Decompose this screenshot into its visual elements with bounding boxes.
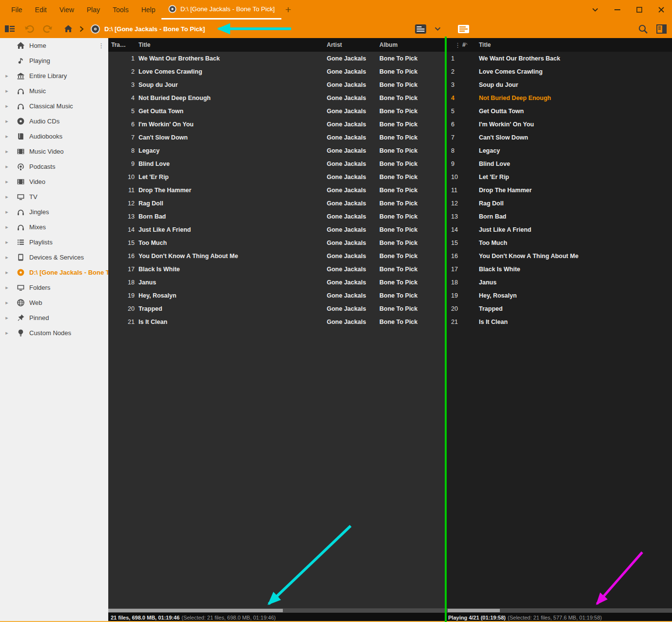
now-playing-row[interactable]: 13Born Bad (446, 210, 672, 223)
expand-arrow-icon[interactable]: ▸ (0, 163, 11, 170)
track-row[interactable]: 11Drop The HammerGone JackalsBone To Pic… (108, 183, 446, 197)
track-row[interactable]: 7Can't Slow DownGone JackalsBone To Pick (108, 131, 446, 144)
view-mode-dropdown[interactable] (435, 20, 441, 38)
expand-arrow-icon[interactable]: ▸ (0, 103, 11, 109)
expand-arrow-icon[interactable]: ▸ (0, 269, 11, 276)
now-playing-row[interactable]: 5Get Outta Town (446, 104, 672, 118)
sidebar-item-audiobooks[interactable]: ▸Audiobooks (0, 129, 108, 144)
track-row[interactable]: 2Love Comes CrawlingGone JackalsBone To … (108, 65, 446, 78)
expand-arrow-icon[interactable]: ▸ (0, 300, 11, 306)
close-button[interactable] (650, 0, 672, 20)
now-playing-row[interactable]: 20Trapped (446, 302, 672, 315)
now-playing-row[interactable]: 12Rag Doll (446, 197, 672, 210)
expand-arrow-icon[interactable]: ▸ (0, 133, 11, 140)
sidebar-toggle-button[interactable] (5, 20, 15, 38)
menu-file[interactable]: File (5, 0, 29, 20)
expand-arrow-icon[interactable]: ▸ (0, 118, 11, 124)
horizontal-scrollbar[interactable] (108, 608, 446, 613)
track-row[interactable]: 9Blind LoveGone JackalsBone To Pick (108, 157, 446, 170)
sidebar-item-podcasts[interactable]: ▸Podcasts (0, 159, 108, 174)
maximize-button[interactable] (628, 0, 650, 20)
track-row[interactable]: 6I'm Workin' On YouGone JackalsBone To P… (108, 118, 446, 131)
panel-layout-button[interactable] (656, 20, 667, 38)
menu-edit[interactable]: Edit (29, 0, 53, 20)
sidebar-item-d-gone-jackals-bone-to[interactable]: ▸D:\ [Gone Jackals - Bone To (0, 265, 108, 280)
undo-button[interactable] (24, 20, 35, 38)
sidebar-item-devices-services[interactable]: ▸Devices & Services (0, 250, 108, 265)
new-tab-button[interactable]: + (282, 0, 295, 20)
home-button[interactable] (64, 20, 73, 38)
sidebar-item-video[interactable]: ▸Video (0, 174, 108, 189)
sidebar-item-playing[interactable]: Playing (0, 53, 108, 68)
now-playing-row-current[interactable]: 4Not Buried Deep Enough (446, 91, 672, 104)
menu-play[interactable]: Play (80, 0, 106, 20)
menubar-collapse-button[interactable] (584, 0, 606, 20)
minimize-button[interactable] (606, 0, 628, 20)
track-row[interactable]: 18JanusGone JackalsBone To Pick (108, 276, 446, 289)
column-header-album[interactable]: Album (379, 38, 397, 52)
track-row[interactable]: 21Is It CleanGone JackalsBone To Pick (108, 315, 446, 328)
sidebar-item-folders[interactable]: ▸Folders (0, 280, 108, 295)
track-row[interactable]: 17Black Is WhiteGone JackalsBone To Pick (108, 262, 446, 276)
now-playing-row[interactable]: 9Blind Love (446, 157, 672, 170)
sidebar-item-custom-nodes[interactable]: ▸Custom Nodes (0, 325, 108, 341)
now-playing-row[interactable]: 15Too Much (446, 236, 672, 249)
expand-arrow-icon[interactable]: ▸ (0, 254, 11, 261)
expand-arrow-icon[interactable]: ▸ (0, 73, 11, 79)
sidebar-item-web[interactable]: ▸Web (0, 295, 108, 310)
sidebar-item-entire-library[interactable]: ▸Entire Library (0, 68, 108, 83)
now-playing-row[interactable]: 11Drop The Hammer (446, 183, 672, 197)
expand-arrow-icon[interactable]: ▸ (0, 239, 11, 245)
view-mode-button[interactable] (415, 20, 427, 38)
column-header-title[interactable]: Title (479, 38, 491, 52)
sidebar-item-classical-music[interactable]: ▸Classical Music (0, 99, 108, 114)
tab-current[interactable]: D:\ [Gone Jackals - Bone To Pick] (161, 0, 281, 20)
track-row[interactable]: 3Soup du JourGone JackalsBone To Pick (108, 78, 446, 91)
expand-arrow-icon[interactable]: ▸ (0, 315, 11, 321)
expand-arrow-icon[interactable]: ▸ (0, 194, 11, 200)
track-row[interactable]: 19Hey, RosalynGone JackalsBone To Pick (108, 289, 446, 302)
track-row[interactable]: 14Just Like A FriendGone JackalsBone To … (108, 223, 446, 236)
now-playing-row[interactable]: 21Is It Clean (446, 315, 672, 328)
now-playing-row[interactable]: 17Black Is White (446, 262, 672, 276)
now-playing-row[interactable]: 19Hey, Rosalyn (446, 289, 672, 302)
expand-arrow-icon[interactable]: ▸ (0, 284, 11, 291)
redo-button[interactable] (42, 20, 53, 38)
horizontal-scrollbar[interactable] (446, 608, 672, 613)
track-row[interactable]: 13Born BadGone JackalsBone To Pick (108, 210, 446, 223)
track-row[interactable]: 5Get Outta TownGone JackalsBone To Pick (108, 104, 446, 118)
track-row[interactable]: 15Too MuchGone JackalsBone To Pick (108, 236, 446, 249)
track-row[interactable]: 12Rag DollGone JackalsBone To Pick (108, 197, 446, 210)
now-playing-row[interactable]: 6I'm Workin' On You (446, 118, 672, 131)
track-row[interactable]: 10Let 'Er RipGone JackalsBone To Pick (108, 170, 446, 183)
now-playing-row[interactable]: 3Soup du Jour (446, 78, 672, 91)
track-row[interactable]: 8LegacyGone JackalsBone To Pick (108, 144, 446, 157)
now-playing-row[interactable]: 18Janus (446, 276, 672, 289)
sidebar-item-music[interactable]: ▸Music (0, 83, 108, 99)
sidebar-item-jingles[interactable]: ▸Jingles (0, 204, 108, 220)
now-playing-row[interactable]: 7Can't Slow Down (446, 131, 672, 144)
breadcrumb[interactable]: D:\ [Gone Jackals - Bone To Pick] (104, 20, 205, 38)
search-button[interactable] (638, 20, 648, 38)
now-playing-toggle-button[interactable] (457, 20, 470, 38)
menu-help[interactable]: Help (135, 0, 162, 20)
now-playing-row[interactable]: 10Let 'Er Rip (446, 170, 672, 183)
scrollbar-thumb[interactable] (448, 609, 500, 612)
sidebar-item-music-video[interactable]: ▸Music Video (0, 144, 108, 159)
scrollbar-thumb[interactable] (108, 609, 283, 612)
now-playing-row[interactable]: 2Love Comes Crawling (446, 65, 672, 78)
track-row[interactable]: 20TrappedGone JackalsBone To Pick (108, 302, 446, 315)
menu-tools[interactable]: Tools (106, 0, 135, 20)
track-row[interactable]: 1We Want Our Brothers BackGone JackalsBo… (108, 52, 446, 65)
track-row[interactable]: 16You Don't Know A Thing About MeGone Ja… (108, 249, 446, 262)
now-playing-row[interactable]: 16You Don't Know A Thing About Me (446, 249, 672, 262)
expand-arrow-icon[interactable]: ▸ (0, 330, 11, 336)
column-header-title[interactable]: Title (138, 38, 150, 52)
sidebar-item-playlists[interactable]: ▸Playlists (0, 235, 108, 250)
column-header-artist[interactable]: Artist (327, 38, 342, 52)
expand-arrow-icon[interactable]: ▸ (0, 148, 11, 155)
sidebar-item-mixes[interactable]: ▸Mixes (0, 220, 108, 235)
expand-arrow-icon[interactable]: ▸ (0, 179, 11, 185)
now-playing-row[interactable]: 14Just Like A Friend (446, 223, 672, 236)
sidebar-item-pinned[interactable]: ▸Pinned (0, 310, 108, 325)
